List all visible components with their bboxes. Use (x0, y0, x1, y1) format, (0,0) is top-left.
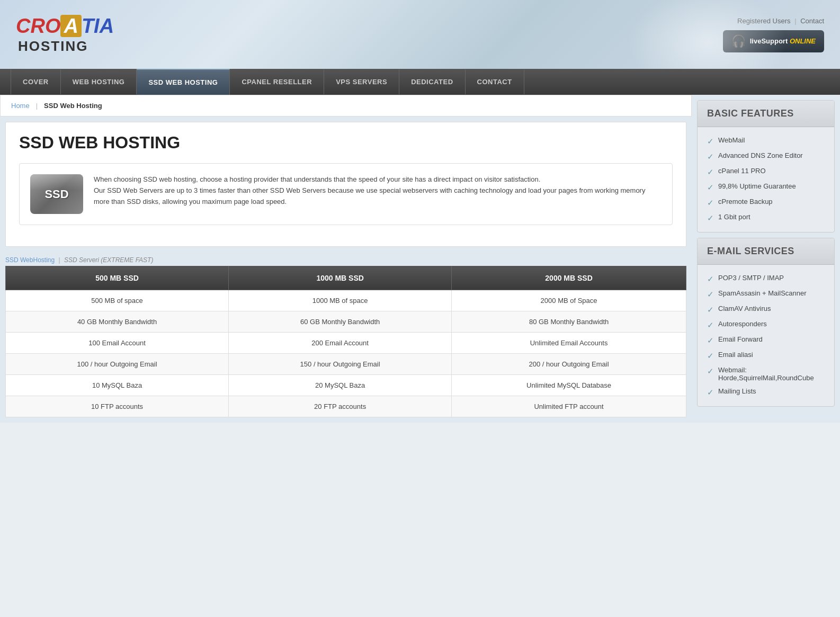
headset-icon: 🎧 (731, 34, 746, 48)
header-right: Registered Users | Contact 🎧 liveSupport… (723, 17, 824, 52)
table-cell: Unlimited FTP account (452, 396, 686, 417)
email-service-item: ✓Autoresponders (707, 317, 825, 333)
nav-cover[interactable]: COVER (11, 69, 61, 94)
table-row: 40 GB Monthly Bandwidth60 GB Monthly Ban… (6, 311, 686, 333)
check-icon: ✓ (707, 152, 714, 162)
basic-features-body: ✓WebMail✓Advanced DNS Zone Editor✓cPanel… (698, 127, 834, 232)
logo-hosting: HOSTING (18, 38, 88, 55)
table-cell: Unlimited MySQL Database (452, 375, 686, 396)
email-service-item: ✓Email aliasi (707, 348, 825, 363)
livesupport-button[interactable]: 🎧 liveSupport ONLINE (723, 30, 824, 52)
check-icon: ✓ (707, 137, 714, 146)
basic-features-card: BASIC FEATURES ✓WebMail✓Advanced DNS Zon… (697, 100, 835, 233)
col-header-2: 1000 MB SSD (229, 266, 452, 290)
check-icon: ✓ (707, 183, 714, 192)
email-services-title: E-MAIL SERVICES (698, 238, 834, 265)
content-area: Home | SSD Web Hosting SSD WEB HOSTING S… (0, 95, 692, 423)
check-icon: ✓ (707, 320, 714, 330)
feature-label: 1 Gbit port (718, 213, 750, 221)
email-service-label: Autoresponders (718, 320, 767, 328)
email-service-item: ✓POP3 / SMTP / IMAP (707, 271, 825, 287)
check-icon: ✓ (707, 351, 714, 361)
main-container: Home | SSD Web Hosting SSD WEB HOSTING S… (0, 95, 840, 423)
email-service-item: ✓ClamAV Antivirus (707, 302, 825, 317)
nav-cpanel-reseller[interactable]: CPANEL RESELLER (230, 69, 324, 94)
email-service-item: ✓Webmail: Horde,SquirrelMail,RoundCube (707, 363, 825, 384)
table-cell: 100 / hour Outgoing Email (6, 354, 229, 375)
table-link-2: SSD Serveri (EXTREME FAST) (64, 256, 153, 264)
ssd-icon: SSD (30, 174, 83, 214)
col-header-3: 2000 MB SSD (452, 266, 686, 290)
intro-box: SSD When choosing SSD web hosting, choos… (19, 163, 673, 225)
email-services-card: E-MAIL SERVICES ✓POP3 / SMTP / IMAP✓Spam… (697, 238, 835, 407)
check-icon: ✓ (707, 274, 714, 284)
breadcrumb: Home | SSD Web Hosting (0, 95, 692, 117)
table-link-1[interactable]: SSD WebHosting (5, 256, 55, 264)
contact-link[interactable]: Contact (800, 17, 824, 25)
logo-cro: CRO (16, 15, 60, 37)
basic-features-title: BASIC FEATURES (698, 101, 834, 127)
table-cell: 2000 MB of Space (452, 290, 686, 311)
feature-label: 99,8% Uptime Guarantee (718, 182, 796, 190)
table-row: 10 FTP accounts20 FTP accountsUnlimited … (6, 396, 686, 417)
email-service-label: Email Forward (718, 335, 763, 343)
breadcrumb-separator: | (36, 102, 38, 110)
content-box: SSD WEB HOSTING SSD When choosing SSD we… (5, 122, 686, 247)
pricing-table: 500 MB SSD 1000 MB SSD 2000 MB SSD 500 M… (5, 266, 686, 417)
table-cell: 60 GB Monthly Bandwidth (229, 311, 452, 333)
email-service-item: ✓Email Forward (707, 333, 825, 348)
table-cell: 20 FTP accounts (229, 396, 452, 417)
intro-text: When choosing SSD web hosting, choose a … (94, 174, 662, 207)
header-links[interactable]: Registered Users | Contact (737, 17, 824, 25)
table-link-separator: | (59, 256, 62, 264)
links-separator: | (794, 17, 796, 25)
check-icon: ✓ (707, 213, 714, 223)
col-header-1: 500 MB SSD (6, 266, 229, 290)
email-service-label: SpamAssasin + MailScanner (718, 289, 807, 297)
table-cell: 10 FTP accounts (6, 396, 229, 417)
nav-vps-servers[interactable]: VPS SERVERS (324, 69, 399, 94)
page-title: SSD WEB HOSTING (19, 133, 673, 153)
breadcrumb-current: SSD Web Hosting (44, 102, 102, 110)
feature-label: WebMail (718, 136, 745, 144)
feature-item: ✓cPanel 11 PRO (707, 164, 825, 180)
email-services-body: ✓POP3 / SMTP / IMAP✓SpamAssasin + MailSc… (698, 265, 834, 406)
table-row: 10 MySQL Baza20 MySQL BazaUnlimited MySQ… (6, 375, 686, 396)
logo-area: CROATIA HOSTING (16, 15, 114, 55)
email-service-label: Webmail: Horde,SquirrelMail,RoundCube (718, 366, 825, 382)
breadcrumb-home[interactable]: Home (11, 102, 30, 110)
table-cell: 20 MySQL Baza (229, 375, 452, 396)
table-cell: 150 / hour Outgoing Email (229, 354, 452, 375)
table-cell: 80 GB Monthly Bandwidth (452, 311, 686, 333)
feature-item: ✓99,8% Uptime Guarantee (707, 180, 825, 195)
livesupport-label: liveSupport ONLINE (750, 37, 816, 45)
header: CROATIA HOSTING Registered Users | Conta… (0, 0, 840, 69)
table-cell: 100 Email Account (6, 333, 229, 354)
table-cell: 200 / hour Outgoing Email (452, 354, 686, 375)
email-service-label: ClamAV Antivirus (718, 305, 771, 312)
check-icon: ✓ (707, 388, 714, 397)
feature-label: cPanel 11 PRO (718, 167, 766, 175)
table-cell: 500 MB of space (6, 290, 229, 311)
feature-label: Advanced DNS Zone Editor (718, 151, 803, 159)
nav-web-hosting[interactable]: WEB HOSTING (61, 69, 137, 94)
table-cell: 10 MySQL Baza (6, 375, 229, 396)
table-cell: 1000 MB of space (229, 290, 452, 311)
table-cell: Unlimited Email Accounts (452, 333, 686, 354)
table-row: 100 Email Account200 Email AccountUnlimi… (6, 333, 686, 354)
nav-dedicated[interactable]: DEDICATED (399, 69, 465, 94)
table-links: SSD WebHosting | SSD Serveri (EXTREME FA… (5, 252, 686, 266)
feature-item: ✓WebMail (707, 133, 825, 149)
nav-ssd-web-hosting[interactable]: SSD WEB HOSTING (137, 69, 230, 95)
sidebar: BASIC FEATURES ✓WebMail✓Advanced DNS Zon… (692, 95, 840, 423)
check-icon: ✓ (707, 305, 714, 315)
logo-text: CROATIA (16, 15, 114, 37)
table-cell: 200 Email Account (229, 333, 452, 354)
email-service-label: Mailing Lists (718, 387, 756, 395)
check-icon: ✓ (707, 336, 714, 345)
nav-contact[interactable]: CONTACT (466, 69, 524, 94)
logo-a: A (60, 15, 81, 37)
registered-users-link[interactable]: Registered Users (737, 17, 790, 25)
table-row: 100 / hour Outgoing Email150 / hour Outg… (6, 354, 686, 375)
feature-label: cPremote Backup (718, 198, 773, 205)
